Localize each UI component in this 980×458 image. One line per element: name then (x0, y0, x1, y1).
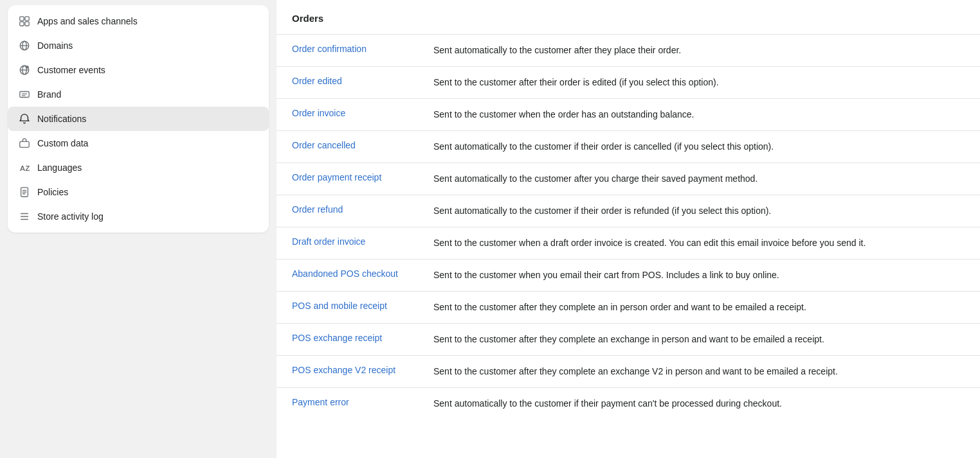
briefcase-icon (18, 137, 31, 150)
notification-link[interactable]: Order refund (292, 204, 421, 215)
notification-link[interactable]: Order payment receipt (292, 172, 421, 182)
sidebar-item-store-activity-log[interactable]: Store activity log (8, 204, 269, 229)
sidebar-item-domains[interactable]: Domains (8, 33, 269, 58)
notification-row: Order refund Sent automatically to the c… (277, 195, 980, 227)
sidebar-item-label: Notifications (37, 114, 86, 124)
sidebar-item-label: Domains (37, 40, 73, 51)
notification-description: Sent to the customer after they complete… (433, 333, 824, 346)
notification-link[interactable]: POS exchange receipt (292, 333, 421, 343)
svg-point-10 (26, 66, 29, 69)
sidebar-item-label: Apps and sales channels (37, 16, 138, 26)
notification-row: Order payment receipt Sent automatically… (277, 163, 980, 195)
sidebar-item-notifications[interactable]: Notifications (8, 107, 269, 131)
main-content: Orders Order confirmation Sent automatic… (277, 0, 980, 458)
sidebar-item-label: Languages (37, 163, 82, 173)
notification-row: Payment error Sent automatically to the … (277, 387, 980, 419)
globe-icon (18, 39, 31, 52)
sidebar-item-custom-data[interactable]: Custom data (8, 131, 269, 155)
notification-row: Order cancelled Sent automatically to th… (277, 130, 980, 163)
sidebar-item-label: Policies (37, 187, 68, 197)
sidebar-item-label: Store activity log (37, 211, 104, 222)
notification-row: POS exchange V2 receipt Sent to the cust… (277, 355, 980, 387)
notification-description: Sent automatically to the customer if th… (433, 204, 771, 218)
notification-row: POS and mobile receipt Sent to the custo… (277, 291, 980, 323)
bell-icon (18, 112, 31, 125)
sidebar-item-customer-events[interactable]: Customer events (8, 58, 269, 82)
svg-rect-12 (20, 141, 29, 147)
notification-link[interactable]: POS exchange V2 receipt (292, 365, 421, 375)
globe-customer-icon (18, 64, 31, 76)
notification-description: Sent to the customer after their order i… (433, 76, 719, 89)
sidebar-item-brand[interactable]: Brand (8, 82, 269, 107)
sidebar-card: Apps and sales channels Domains Customer… (8, 5, 269, 233)
sidebar-item-apps-sales-channels[interactable]: Apps and sales channels (8, 9, 269, 33)
notification-row: Abandoned POS checkout Sent to the custo… (277, 259, 980, 291)
notification-link[interactable]: Order cancelled (292, 140, 421, 150)
sidebar: Apps and sales channels Domains Customer… (0, 0, 277, 458)
svg-rect-2 (20, 22, 24, 26)
list-icon (18, 210, 31, 223)
notification-row: Draft order invoice Sent to the customer… (277, 227, 980, 259)
notification-description: Sent automatically to the customer if th… (433, 140, 774, 154)
notification-link[interactable]: Order edited (292, 76, 421, 86)
sidebar-item-label: Brand (37, 89, 61, 100)
notification-link[interactable]: Abandoned POS checkout (292, 269, 421, 279)
notification-link[interactable]: Order confirmation (292, 44, 421, 54)
svg-rect-1 (25, 17, 29, 21)
notification-link[interactable]: Order invoice (292, 108, 421, 118)
brand-icon (18, 88, 31, 101)
notification-description: Sent to the customer after they complete… (433, 365, 838, 378)
notification-description: Sent automatically to the customer if th… (433, 397, 782, 410)
notification-description: Sent to the customer after they complete… (433, 301, 806, 314)
notification-row: Order invoice Sent to the customer when … (277, 98, 980, 130)
svg-rect-3 (25, 22, 29, 26)
grid-icon (18, 15, 31, 28)
notification-description: Sent automatically to the customer after… (433, 172, 758, 186)
az-icon: AZ (18, 161, 31, 174)
content-inner: Orders Order confirmation Sent automatic… (277, 0, 980, 458)
notification-link[interactable]: Draft order invoice (292, 236, 421, 247)
notification-description: Sent to the customer when you email thei… (433, 269, 779, 282)
sidebar-item-label: Customer events (37, 65, 105, 75)
svg-rect-11 (20, 92, 29, 98)
doc-icon (18, 186, 31, 198)
notification-row: Order confirmation Sent automatically to… (277, 34, 980, 66)
sidebar-item-languages[interactable]: AZ Languages (8, 155, 269, 180)
svg-text:AZ: AZ (20, 164, 30, 172)
notification-description: Sent automatically to the customer after… (433, 44, 681, 57)
notification-row: Order edited Sent to the customer after … (277, 66, 980, 98)
notification-row: POS exchange receipt Sent to the custome… (277, 323, 980, 355)
notification-link[interactable]: Payment error (292, 397, 421, 407)
section-title: Orders (277, 0, 980, 34)
sidebar-item-label: Custom data (37, 138, 88, 148)
notification-description: Sent to the customer when the order has … (433, 108, 694, 121)
sidebar-item-policies[interactable]: Policies (8, 180, 269, 204)
notification-link[interactable]: POS and mobile receipt (292, 301, 421, 311)
svg-rect-0 (20, 17, 24, 21)
notification-description: Sent to the customer when a draft order … (433, 236, 866, 250)
